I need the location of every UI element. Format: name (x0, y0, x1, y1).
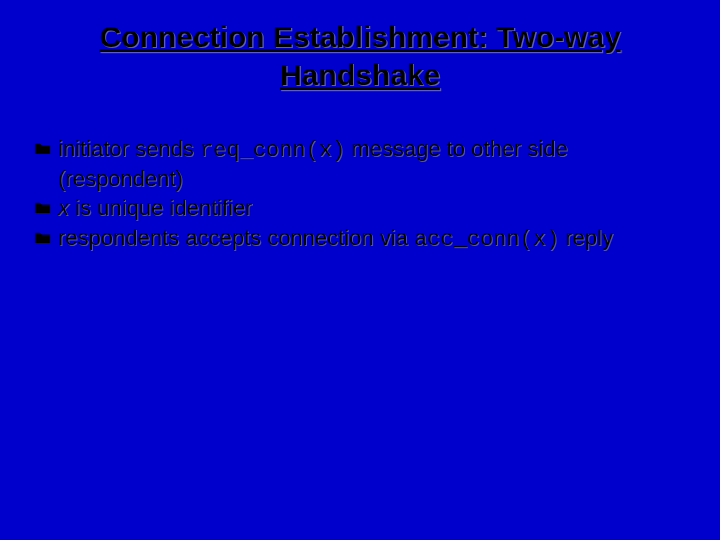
folder-icon (34, 137, 51, 157)
bullet-list: initiator sends req_conn(x) message to o… (34, 135, 670, 253)
folder-icon (34, 226, 51, 246)
slide: Connection Establishment: Two-way Handsh… (0, 0, 720, 540)
bullet-item: initiator sends req_conn(x) message to o… (34, 135, 670, 192)
bullet-italic: x (58, 195, 69, 220)
slide-title: Connection Establishment: Two-way Handsh… (80, 18, 640, 93)
bullet-item: x is unique identifier (34, 194, 670, 222)
folder-icon (34, 196, 51, 216)
bullet-text-post: reply (559, 225, 613, 250)
bullet-text-post: is unique identifier (69, 195, 252, 220)
bullet-text-pre: initiator sends (58, 136, 200, 161)
bullet-item: respondents accepts connection via acc_c… (34, 224, 670, 254)
bullet-code: acc_conn(x) (414, 227, 559, 252)
bullet-code: req_conn(x) (200, 138, 345, 163)
bullet-text-pre: respondents accepts connection via (58, 225, 414, 250)
